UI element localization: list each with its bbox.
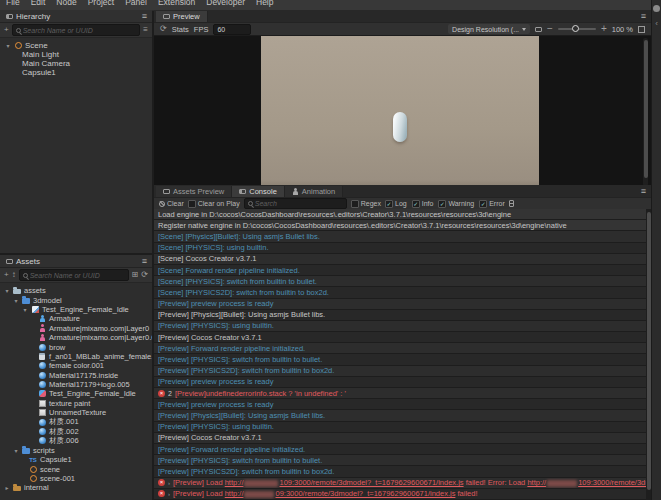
tree-item[interactable]: 材质.002 [0,427,152,436]
tree-item[interactable]: 材质.006 [0,436,152,445]
console-log-row[interactable]: [Preview] [PHYSICS2D]: switch from built… [154,466,646,477]
zoom-slider-knob[interactable] [572,25,579,32]
hierarchy-list-icon[interactable]: ≡ [143,26,148,34]
log-link[interactable]: http:// [527,478,546,487]
tree-item[interactable]: scene [0,464,152,473]
clear-button[interactable]: Clear [159,200,184,207]
console-menu-icon[interactable]: ≡ [641,186,646,196]
console-log-row[interactable]: [Preview] Forward render pipeline initia… [154,444,646,455]
tree-item[interactable]: Material17175.inside [0,371,152,380]
tree-item[interactable]: ▾scripts [0,446,152,455]
fps-input[interactable] [213,24,251,35]
console-log-row[interactable]: Load engine in D:\cocos\CocosDashboard\r… [154,209,646,220]
tree-item[interactable]: Main Light [0,50,152,59]
regex-checkbox[interactable]: Regex [351,200,381,208]
tree-item[interactable]: f_an01_MBLab_anime_female.003 [0,352,152,361]
tree-item[interactable]: Main Camera [0,59,152,68]
log-link[interactable]: http:// [225,478,244,487]
preview-refresh-icon[interactable]: ⟳ [160,25,167,33]
console-log-row[interactable]: [Scene] [PHYSICS]: using builtin. [154,243,646,254]
stats-toggle[interactable]: Stats [172,25,189,34]
console-log-row[interactable]: ›[Preview] Load http://09:3000/remote/3d… [154,489,646,500]
console-log-row[interactable]: [Scene] [Physics][Bullet]: Using asmjs B… [154,231,646,242]
tree-item[interactable]: ▸internal [0,483,152,492]
console-log-row[interactable]: ›[Preview] Load http://109:3000/remote/3… [154,478,646,489]
console-log-row[interactable]: [Preview] preview process is ready [154,377,646,388]
console-log-row[interactable]: [Preview] [PHYSICS2D]: switch from built… [154,366,646,377]
console-log-row[interactable]: [Preview] [Physics][Bullet]: Using asmjs… [154,310,646,321]
menu-item-help[interactable]: Help [256,0,273,7]
gear-icon[interactable] [653,5,660,12]
tree-item[interactable]: female color.001 [0,361,152,370]
log-link[interactable]: http:// [225,489,244,498]
preview-scrollbar[interactable] [643,38,648,185]
tab-animation[interactable]: Animation [285,186,343,197]
assets-search[interactable] [19,269,129,281]
zoom-out-icon[interactable]: − [547,25,553,33]
menu-item-developer[interactable]: Developer [206,0,245,7]
tree-item[interactable]: Material17179+logo.005 [0,380,152,389]
expand-arrow-icon[interactable]: ▾ [22,306,28,313]
log-link[interactable]: 09:3000/remote/3dmodel?_t=1679629600671/… [275,489,455,498]
console-log-row[interactable]: [Preview] Cocos Creator v3.7.1 [154,332,646,343]
tree-item[interactable]: scene-001 [0,474,152,483]
preview-menu-icon[interactable]: ≡ [641,11,646,21]
console-log-row[interactable]: [Preview] Forward render pipeline initia… [154,343,646,354]
tab-preview[interactable]: Preview [156,11,208,22]
console-search-input[interactable] [255,200,343,207]
assets-refresh-icon[interactable]: ⟳ [141,271,148,279]
menu-item-project[interactable]: Project [88,0,114,7]
console-log-row[interactable]: [Preview] preview process is ready [154,399,646,410]
tree-item[interactable]: Capsule1 [0,68,152,77]
zoom-slider[interactable] [558,28,596,30]
assets-search-input[interactable] [30,272,125,279]
create-asset-icon[interactable]: + [4,271,9,279]
assets-menu-icon[interactable]: ≡ [142,257,147,266]
expand-arrow-icon[interactable]: ▾ [5,42,11,49]
console-log-row[interactable]: [Preview] [PHYSICS]: using builtin. [154,422,646,433]
preview-viewport[interactable] [154,36,651,185]
console-log-row[interactable]: [Preview] Cocos Creator v3.7.1 [154,433,646,444]
console-log-list[interactable]: Load engine in D:\cocos\CocosDashboard\r… [154,209,646,500]
hierarchy-search-input[interactable] [23,27,137,34]
expand-arrow-icon[interactable]: ▾ [4,287,10,294]
tree-item[interactable]: ▾Test_Engine_Female_Idle [0,305,152,314]
chevron-left-icon[interactable]: ‹ [655,20,658,28]
console-log-row[interactable]: [Preview] [PHYSICS]: switch from builtin… [154,455,646,466]
console-log-row[interactable]: [Preview] preview process is ready [154,299,646,310]
menu-item-node[interactable]: Node [56,0,76,7]
menu-item-extension[interactable]: Extension [158,0,195,7]
console-log-row[interactable]: [Scene] Forward render pipeline initiali… [154,265,646,276]
console-log-row[interactable]: [Preview] [PHYSICS]: switch from builtin… [154,354,646,365]
tree-item[interactable]: UnnamedTexture [0,408,152,417]
console-search[interactable] [244,198,347,209]
menu-item-panel[interactable]: Panel [125,0,147,7]
tree-item[interactable]: Capsule1 [0,455,152,464]
tree-item[interactable]: ▾assets [0,286,152,295]
console-log-row[interactable]: [Scene] [PHYSICS]: switch from builtin t… [154,276,646,287]
tree-item[interactable]: ▾Scene [0,41,152,50]
console-log-row[interactable]: [Scene] Cocos Creator v3.7.1 [154,254,646,265]
tab-console[interactable]: Console [232,186,285,197]
tab-assets-preview[interactable]: Assets Preview [156,186,232,197]
tree-item[interactable]: ▾3dmodel [0,295,152,304]
info-filter-checkbox[interactable]: Info [412,200,434,208]
clear-on-play-checkbox[interactable]: Clear on Play [188,200,240,208]
expand-arrow-icon[interactable]: ▾ [13,297,19,304]
console-log-row[interactable]: [Scene] [PHYSICS2D]: switch from builtin… [154,287,646,298]
console-log-row[interactable]: Register native engine in D:\cocos\Cocos… [154,220,646,231]
log-link[interactable]: 109:3000/remote/3dmodel?_t=1679629600671… [279,478,463,487]
tree-item[interactable]: brow [0,342,152,351]
tree-item[interactable]: 材质.001 [0,417,152,426]
menu-item-edit[interactable]: Edit [31,0,46,7]
warning-filter-checkbox[interactable]: Warning [438,200,474,208]
rotate-device-icon[interactable] [535,27,542,32]
console-log-row[interactable]: [Preview] [Physics][Bullet]: Using asmjs… [154,410,646,421]
expand-arrow-icon[interactable]: › [168,491,170,497]
sort-assets-icon[interactable]: ↕ [12,271,16,279]
tree-item[interactable]: Armature|mixamo.com|Layer0 [0,324,152,333]
export-log-icon[interactable] [509,200,514,207]
tree-item[interactable]: Armature|mixamo.com|Layer0.001 [0,333,152,342]
expand-arrow-icon[interactable]: › [168,480,170,486]
error-filter-checkbox[interactable]: Error [479,200,505,208]
